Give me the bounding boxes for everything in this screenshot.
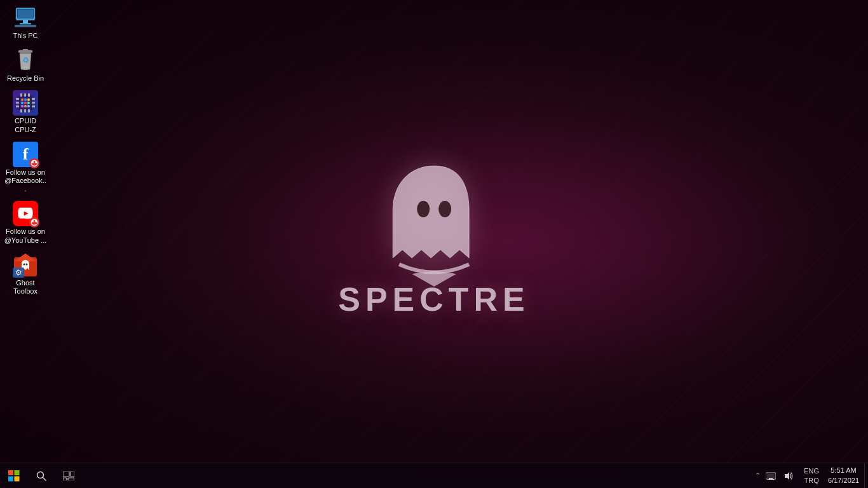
- svg-point-24: [24, 98, 27, 101]
- this-pc-label: This PC: [13, 32, 37, 40]
- cpuid-label: CPUID CPU-Z: [15, 117, 36, 133]
- yt-icon-container: [13, 201, 38, 226]
- svg-point-29: [21, 105, 24, 107]
- task-view-icon: [63, 471, 74, 480]
- cpuid-icon[interactable]: CPUID CPU-Z: [1, 88, 50, 136]
- svg-point-27: [24, 102, 27, 104]
- this-pc-icon-img: [13, 5, 38, 30]
- youtube-label: Follow us on @YouTube ...: [4, 227, 47, 244]
- start-button[interactable]: [0, 463, 28, 489]
- tray-icons-area: ⌃: [751, 463, 800, 489]
- svg-point-38: [417, 201, 430, 217]
- svg-point-35: [26, 263, 28, 265]
- task-view-button[interactable]: [55, 463, 83, 489]
- svg-point-23: [21, 98, 24, 101]
- system-tray: ⌃: [751, 463, 868, 489]
- svg-rect-13: [28, 93, 30, 97]
- search-button[interactable]: [28, 463, 55, 489]
- spectre-ghost-svg: [364, 153, 504, 293]
- svg-rect-52: [768, 479, 774, 480]
- recycle-bin-icon-img: ♻: [13, 48, 38, 73]
- svg-text:♻: ♻: [22, 56, 29, 65]
- ghost-toolbox-icon[interactable]: ⚙ Ghost Toolbox: [1, 250, 50, 298]
- svg-rect-43: [15, 476, 20, 481]
- spectre-logo: SPECTRE: [338, 153, 530, 318]
- svg-rect-20: [32, 98, 35, 100]
- svg-rect-48: [63, 478, 67, 480]
- svg-rect-11: [20, 93, 22, 97]
- svg-rect-46: [63, 471, 69, 477]
- svg-rect-53: [767, 474, 775, 478]
- svg-point-30: [24, 105, 27, 107]
- search-icon: [36, 471, 46, 481]
- chip-svg: [14, 92, 37, 114]
- svg-point-34: [24, 263, 25, 265]
- cpuid-icon-wrap: [13, 90, 38, 116]
- volume-icon[interactable]: [780, 463, 797, 489]
- taskbar: ⌃: [0, 463, 868, 488]
- facebook-icon-img: f: [13, 142, 38, 167]
- ghost-toolbox-icon-img: ⚙: [13, 252, 38, 278]
- this-pc-icon[interactable]: This PC: [1, 3, 50, 43]
- svg-rect-22: [32, 105, 35, 107]
- youtube-icon-img: [13, 201, 38, 226]
- recycle-bin-label: Recycle Bin: [7, 74, 44, 83]
- svg-rect-16: [28, 109, 30, 112]
- svg-rect-47: [71, 471, 74, 477]
- svg-rect-12: [24, 93, 26, 97]
- language-code: ENG: [804, 466, 819, 475]
- yt-badge: [29, 217, 39, 227]
- region-code: TRQ: [804, 476, 819, 485]
- fb-badge: [29, 158, 39, 168]
- svg-rect-51: [769, 478, 773, 479]
- ghost-toolbox-label: Ghost Toolbox: [13, 279, 37, 295]
- fb-badge-icon: [31, 159, 38, 167]
- svg-rect-18: [16, 102, 19, 104]
- svg-text:⚙: ⚙: [15, 268, 22, 277]
- windows-logo-icon: [8, 470, 20, 482]
- facebook-label: Follow us on @Facebook...: [4, 168, 47, 194]
- svg-marker-54: [785, 472, 789, 480]
- show-desktop-button[interactable]: [864, 463, 868, 489]
- fb-icon-container: f: [13, 142, 38, 167]
- desktop-icons-area: This PC ♻ Recycle Bin: [0, 0, 51, 298]
- svg-rect-42: [8, 476, 13, 481]
- youtube-icon[interactable]: Follow us on @YouTube ...: [1, 198, 50, 247]
- this-pc-svg: [13, 8, 37, 28]
- svg-rect-7: [23, 49, 28, 51]
- svg-point-31: [27, 105, 30, 107]
- network-svg-icon: [766, 471, 776, 480]
- svg-rect-19: [16, 105, 19, 107]
- yt-badge-icon: [31, 219, 38, 226]
- cpuid-icon-img: [13, 90, 38, 116]
- svg-rect-3: [20, 23, 31, 25]
- svg-rect-40: [8, 470, 13, 475]
- desktop: This PC ♻ Recycle Bin: [0, 0, 868, 488]
- svg-rect-15: [24, 109, 26, 112]
- network-icon[interactable]: [762, 463, 780, 489]
- svg-rect-49: [68, 478, 74, 480]
- speaker-svg-icon: [783, 471, 794, 480]
- ghost-toolbox-svg: ⚙: [13, 252, 38, 278]
- clock[interactable]: 5:51 AM 6/17/2021: [823, 463, 864, 489]
- svg-rect-4: [15, 25, 36, 27]
- svg-point-39: [438, 201, 451, 217]
- recycle-bin-icon[interactable]: ♻ Recycle Bin: [1, 45, 50, 85]
- show-hidden-icons-button[interactable]: ⌃: [754, 463, 762, 489]
- svg-rect-17: [16, 98, 19, 100]
- svg-rect-21: [32, 102, 35, 104]
- svg-point-28: [27, 102, 30, 104]
- language-indicator[interactable]: ENG TRQ: [800, 463, 823, 489]
- svg-rect-14: [20, 109, 22, 112]
- recycle-bin-svg: ♻: [15, 49, 36, 72]
- svg-point-25: [27, 98, 30, 101]
- ghost-toolbox-container: ⚙: [13, 252, 38, 278]
- svg-point-26: [21, 102, 24, 104]
- clock-time: 5:51 AM: [831, 466, 856, 475]
- svg-rect-5: [18, 10, 33, 18]
- svg-rect-41: [15, 470, 20, 475]
- clock-date: 6/17/2021: [828, 476, 859, 485]
- svg-line-45: [43, 477, 46, 480]
- facebook-icon[interactable]: f Follow us on @Facebook...: [1, 139, 50, 196]
